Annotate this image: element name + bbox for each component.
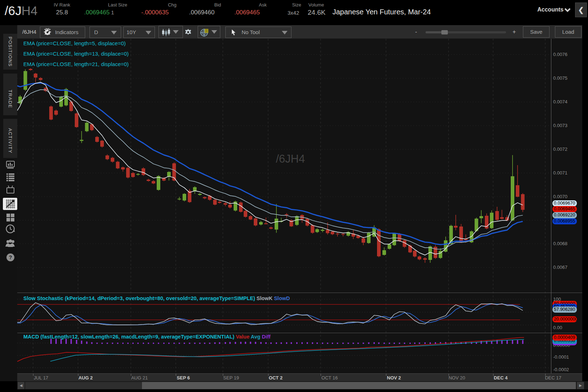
svg-text:?: ? — [9, 254, 12, 260]
svg-text:/6JH4: /6JH4 — [276, 153, 305, 165]
